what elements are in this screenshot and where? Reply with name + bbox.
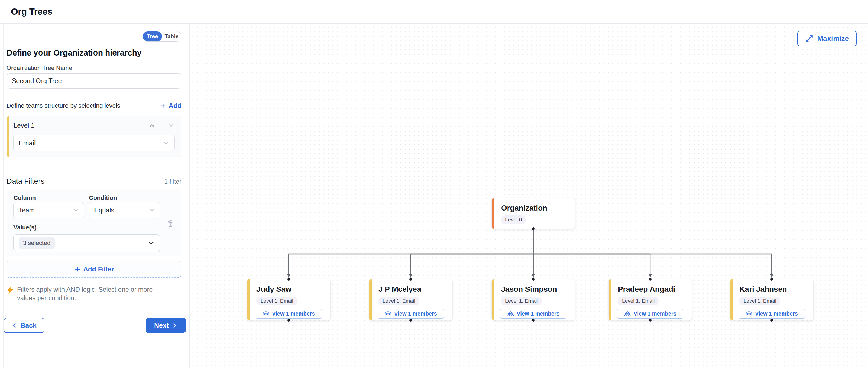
hierarchy-panel: Tree Table Define your Organization hier…: [0, 24, 190, 368]
lightning-icon: [6, 286, 14, 295]
node-accent-bar: [730, 279, 733, 320]
plus-icon: [160, 103, 166, 109]
add-filter-label: Add Filter: [84, 265, 114, 273]
node-name: Organization: [492, 204, 575, 212]
filters-note: Filters apply with AND logic. Select one…: [6, 286, 171, 302]
members-icon: [262, 311, 270, 316]
chevron-left-icon: [11, 322, 18, 328]
node-level-badge: Level 1: Email: [618, 297, 659, 305]
trash-icon: [166, 219, 175, 228]
chevron-down-icon: [163, 140, 169, 146]
chevron-up-icon: [148, 122, 155, 129]
node-level-badge: Level 1: Email: [378, 297, 419, 305]
plus-icon: [74, 266, 81, 273]
level-card: Level 1 Email: [6, 116, 181, 158]
page-title: Org Trees: [11, 6, 52, 17]
view-members-button[interactable]: View 1 members: [256, 309, 322, 319]
node-accent-bar: [247, 279, 250, 320]
tree-node[interactable]: Jason Simpson Level 1: Email View 1 memb…: [492, 279, 575, 321]
filter-condition-select[interactable]: Equals: [89, 202, 160, 219]
chevron-down-icon: [73, 207, 79, 213]
tree-node-root[interactable]: Organization Level 0: [492, 198, 575, 229]
tab-table[interactable]: Table: [162, 31, 181, 41]
org-trees-app: Org Trees Tree Table Define your Organiz…: [0, 0, 868, 368]
tree-name-label: Organization Tree Name: [6, 65, 181, 71]
org-tree-canvas[interactable]: Maximize: [190, 24, 868, 368]
level-accent-bar: [7, 116, 9, 157]
panel-heading: Define your Organization hierarchy: [6, 48, 181, 58]
chevron-down-icon: [167, 122, 175, 129]
move-level-down-button[interactable]: [167, 122, 175, 129]
view-members-button[interactable]: View 1 members: [617, 309, 683, 319]
members-icon: [507, 311, 514, 316]
filter-column-value: Team: [19, 206, 35, 214]
back-label: Back: [20, 322, 37, 330]
data-filters-title: Data Filters: [6, 177, 44, 186]
view-members-button[interactable]: View 1 members: [739, 309, 805, 319]
members-icon: [384, 311, 392, 316]
maximize-button[interactable]: Maximize: [797, 31, 857, 46]
filter-card: Column Condition Team: [6, 189, 181, 257]
node-accent-bar: [609, 279, 611, 320]
delete-filter-button[interactable]: [166, 219, 175, 228]
node-name: J P Mcelyea: [369, 285, 452, 294]
column-label: Column: [13, 194, 84, 202]
chevron-down-icon: [149, 207, 155, 213]
add-filter-button[interactable]: Add Filter: [6, 261, 181, 278]
tree-node[interactable]: Pradeep Angadi Level 1: Email View 1 mem…: [608, 279, 692, 321]
levels-description: Define teams structure by selecting leve…: [6, 102, 122, 109]
add-level-label: Add: [168, 102, 181, 110]
next-button[interactable]: Next: [146, 318, 186, 333]
node-accent-bar: [369, 279, 372, 320]
maximize-label: Maximize: [817, 34, 849, 43]
view-members-button[interactable]: View 1 members: [378, 309, 444, 319]
view-members-button[interactable]: View 1 members: [500, 309, 566, 319]
tab-tree[interactable]: Tree: [143, 31, 162, 41]
node-level-badge: Level 0: [501, 215, 526, 224]
node-accent-bar: [492, 279, 494, 320]
condition-label: Condition: [89, 194, 160, 202]
tree-name-input[interactable]: [6, 73, 181, 89]
members-icon: [745, 311, 752, 316]
chevron-down-icon: [147, 239, 155, 247]
members-icon: [624, 311, 631, 316]
level-column-value: Email: [19, 139, 36, 147]
view-toggle: Tree Table: [143, 31, 181, 41]
tree-node[interactable]: Judy Saw Level 1: Email View 1 members: [247, 279, 331, 321]
node-level-badge: Level 1: Email: [739, 297, 780, 305]
page-header: Org Trees: [0, 0, 868, 24]
next-label: Next: [154, 322, 169, 330]
add-level-button[interactable]: Add: [160, 102, 181, 110]
level-column-select[interactable]: Email: [13, 135, 175, 151]
node-level-badge: Level 1: Email: [501, 297, 542, 305]
node-accent-bar: [492, 198, 494, 229]
filters-note-text: Filters apply with AND logic. Select one…: [17, 286, 171, 302]
filter-values-multiselect[interactable]: 3 selected: [13, 234, 160, 252]
expand-icon: [805, 34, 813, 43]
back-button[interactable]: Back: [4, 318, 44, 333]
node-name: Jason Simpson: [492, 285, 575, 294]
node-name: Pradeep Angadi: [609, 285, 692, 294]
chevron-right-icon: [172, 322, 178, 328]
selected-values-chip: 3 selected: [19, 237, 55, 249]
tree-node[interactable]: J P Mcelyea Level 1: Email View 1 member…: [369, 279, 453, 321]
node-level-badge: Level 1: Email: [256, 297, 297, 305]
filter-count-badge: 1 filter: [164, 178, 181, 186]
move-level-up-button[interactable]: [148, 122, 155, 129]
node-name: Kari Jahnsen: [730, 285, 813, 294]
tree-node[interactable]: Kari Jahnsen Level 1: Email View 1 membe…: [730, 279, 813, 321]
node-name: Judy Saw: [247, 285, 330, 294]
filter-column-select[interactable]: Team: [13, 202, 84, 219]
values-label: Value(s): [13, 224, 160, 232]
level-title: Level 1: [13, 122, 34, 129]
filter-condition-value: Equals: [94, 206, 114, 214]
